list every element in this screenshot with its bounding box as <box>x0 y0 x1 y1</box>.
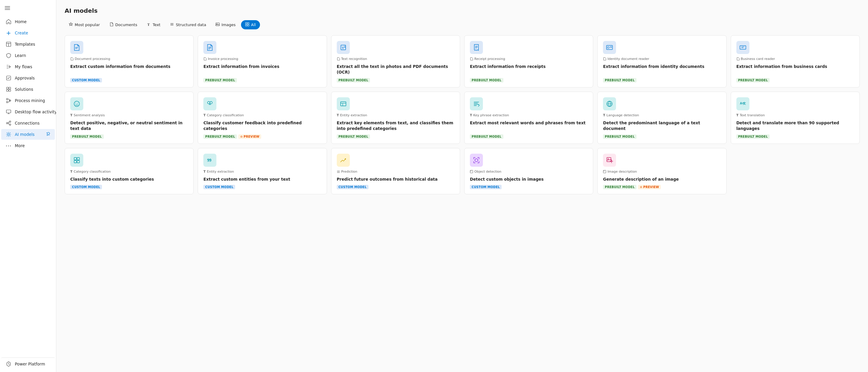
sidebar-item-solutions[interactable]: Solutions <box>1 84 55 95</box>
my-flows-icon <box>6 64 11 69</box>
badge-prebuilt: PREBUILT MODEL <box>603 78 637 83</box>
sidebar-item-approvals[interactable]: Approvals <box>1 73 55 83</box>
svg-point-15 <box>6 122 8 124</box>
svg-rect-7 <box>6 87 8 89</box>
sidebar-item-my-flows[interactable]: My flows <box>1 61 55 72</box>
card-identity-document-category: Identity document reader <box>603 57 721 61</box>
card-sentiment-analysis[interactable]: TSentiment analysisDetect positive, nega… <box>65 92 193 144</box>
menu-icon[interactable] <box>0 2 56 15</box>
svg-point-70 <box>608 159 609 159</box>
card-language-detection-category: TLanguage detection <box>603 113 721 117</box>
card-business-card[interactable]: Business card readerExtract information … <box>731 35 860 87</box>
badge-prebuilt: PREBUILT MODEL <box>736 78 770 83</box>
card-category-classification[interactable]: TCategory classificationClassify custome… <box>198 92 327 144</box>
card-business-card-icon <box>736 41 749 54</box>
badge-custom: CUSTOM MODEL <box>70 185 102 189</box>
card-text-recognition[interactable]: TText recognitionExtract all the text in… <box>331 35 460 87</box>
card-custom-category-category: TCategory classification <box>70 170 188 174</box>
card-custom-category[interactable]: TCategory classificationClassify texts i… <box>65 148 193 195</box>
svg-rect-23 <box>216 23 219 26</box>
card-business-card-category: Business card reader <box>736 57 854 61</box>
card-object-detection-title: Detect custom objects in images <box>470 176 588 182</box>
card-custom-entity[interactable]: 99TEntity extractionExtract custom entit… <box>198 148 327 195</box>
sidebar-item-templates[interactable]: Templates <box>1 39 55 50</box>
most-popular-tab-icon <box>69 22 73 27</box>
card-entity-extraction[interactable]: TEntity extractionExtract key elements f… <box>331 92 460 144</box>
card-invoice-processing[interactable]: Invoice processingExtract information fr… <box>198 35 327 87</box>
card-text-translation-icon: A文 <box>736 97 749 110</box>
card-text-recognition-icon: T <box>337 41 350 54</box>
svg-rect-59 <box>77 158 80 160</box>
svg-point-18 <box>8 134 9 135</box>
sidebar-item-home-label: Home <box>15 19 27 24</box>
sidebar-item-process-mining[interactable]: Process mining <box>1 95 55 106</box>
card-image-description-badges: PREBUILT MODEL PREVIEW <box>603 185 721 189</box>
badge-prebuilt: PREBUILT MODEL <box>470 134 503 139</box>
filter-tab-structured-data[interactable]: Structured data <box>166 20 210 29</box>
card-prediction-badges: CUSTOM MODEL <box>337 185 455 189</box>
sidebar-item-desktop-flow[interactable]: Desktop flow activity <box>1 107 55 117</box>
card-custom-entity-icon: 99 <box>204 154 216 167</box>
svg-text:A: A <box>740 102 742 105</box>
card-sentiment-analysis-icon <box>70 97 83 110</box>
svg-rect-9 <box>6 90 8 91</box>
card-document-processing[interactable]: Document processingExtract custom inform… <box>65 35 193 87</box>
sidebar-item-create[interactable]: + Create <box>1 28 55 38</box>
sidebar-item-more[interactable]: ··· More <box>1 140 55 151</box>
svg-point-13 <box>6 102 8 103</box>
card-image-description[interactable]: Image descriptionGenerate description of… <box>597 148 726 195</box>
sidebar-item-templates-label: Templates <box>15 42 35 47</box>
badge-prebuilt: PREBUILT MODEL <box>70 134 104 139</box>
pin-icon[interactable] <box>46 132 50 137</box>
card-text-translation[interactable]: A文TText translationDetect and translate … <box>731 92 860 144</box>
card-receipt-processing[interactable]: Receipt processingExtract information fr… <box>464 35 593 87</box>
svg-rect-28 <box>248 25 249 26</box>
svg-rect-26 <box>248 23 249 24</box>
card-object-detection-icon <box>470 154 483 167</box>
card-identity-document-title: Extract information from identity docume… <box>603 64 721 69</box>
sidebar-item-more-label: More <box>15 143 25 148</box>
filter-tab-most-popular[interactable]: Most popular <box>65 20 104 29</box>
card-prediction[interactable]: PredictionPredict future outcomes from h… <box>331 148 460 195</box>
svg-rect-10 <box>9 90 11 91</box>
card-object-detection-category: Object detection <box>470 170 588 174</box>
svg-point-47 <box>75 103 76 104</box>
card-object-detection[interactable]: Object detectionDetect custom objects in… <box>464 148 593 195</box>
filter-tab-images[interactable]: Images <box>211 20 240 29</box>
svg-rect-0 <box>5 6 10 7</box>
card-object-detection-badges: CUSTOM MODEL <box>470 185 588 189</box>
filter-tab-documents[interactable]: Documents <box>105 20 142 29</box>
card-invoice-processing-icon <box>204 41 216 54</box>
svg-point-74 <box>604 171 604 171</box>
sidebar-item-power-platform[interactable]: Power Platform <box>1 357 55 369</box>
card-key-phrase-category: TKey phrase extraction <box>470 113 588 117</box>
filter-tab-text[interactable]: TText <box>143 20 164 29</box>
badge-prebuilt: PREBUILT MODEL <box>337 134 370 139</box>
svg-point-16 <box>9 121 11 122</box>
sidebar-item-ai-models[interactable]: AI models <box>1 129 55 140</box>
card-language-detection[interactable]: TLanguage detectionDetect the predominan… <box>597 92 726 144</box>
card-identity-document[interactable]: Identity document readerExtract informat… <box>597 35 726 87</box>
sidebar-item-learn[interactable]: Learn <box>1 50 55 61</box>
most-popular-tab-label: Most popular <box>75 23 100 27</box>
card-custom-entity-category: TEntity extraction <box>204 170 321 174</box>
badge-custom: CUSTOM MODEL <box>337 185 369 189</box>
sidebar-item-connections[interactable]: Connections <box>1 118 55 128</box>
svg-rect-2 <box>5 9 10 10</box>
templates-icon <box>6 41 11 47</box>
solutions-icon <box>6 87 11 92</box>
learn-icon <box>6 53 11 58</box>
svg-point-40 <box>608 47 609 48</box>
sidebar-item-desktop-flow-label: Desktop flow activity <box>15 110 56 114</box>
filter-tab-all[interactable]: All <box>241 20 260 29</box>
approvals-icon <box>6 75 11 81</box>
sidebar-item-home[interactable]: Home <box>1 16 55 27</box>
badge-preview: PREVIEW <box>238 134 261 139</box>
card-image-description-title: Generate description of an image <box>603 176 721 182</box>
card-key-phrase[interactable]: TKey phrase extractionExtract most relev… <box>464 92 593 144</box>
card-entity-extraction-category: TEntity extraction <box>337 113 455 117</box>
sidebar-item-approvals-label: Approvals <box>15 76 35 80</box>
svg-rect-60 <box>74 161 76 163</box>
svg-rect-58 <box>74 158 76 160</box>
card-text-translation-category: TText translation <box>736 113 854 117</box>
